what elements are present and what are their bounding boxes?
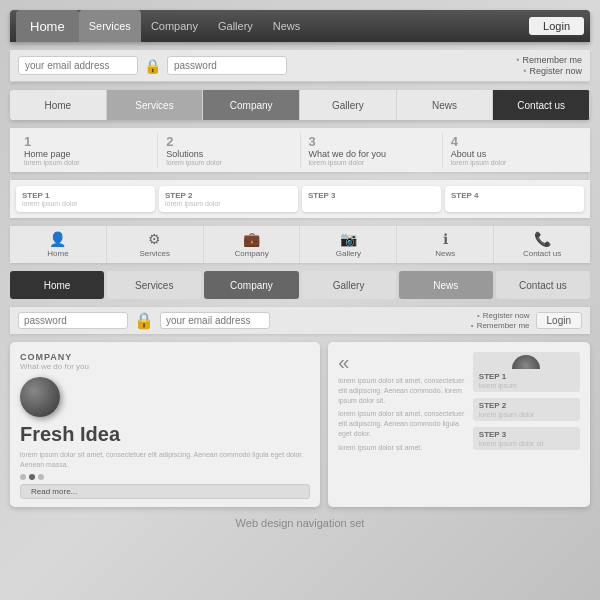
login-bar2-options: Register now Remember me [276, 311, 530, 330]
nav2-home-tab[interactable]: Home [10, 90, 107, 120]
sub-title-2: Solutions [166, 149, 203, 159]
lock-icon-2: 🔒 [134, 311, 154, 330]
nav3-home-tab[interactable]: Home [10, 271, 104, 299]
step-badge-desc-2: lorem ipsum dolor [479, 411, 574, 418]
navbar-1: Home Services Company Gallery News Login [10, 10, 590, 42]
nav2-news-tab[interactable]: News [397, 90, 494, 120]
remember-me-2[interactable]: Remember me [471, 321, 530, 330]
nav1-login-button[interactable]: Login [529, 17, 584, 35]
sub-item-4[interactable]: 4 About us lorem ipsum dolor [443, 132, 584, 168]
icon-nav-gallery-label: Gallery [336, 249, 361, 258]
nav2-services-tab[interactable]: Services [107, 90, 204, 120]
sub-num-1: 1 [24, 134, 31, 149]
nav1-company-tab[interactable]: Company [141, 10, 208, 42]
sub-desc-3: lorem ipsum dolor [309, 159, 365, 166]
sphere-graphic [20, 377, 60, 417]
icon-nav-company[interactable]: 💼 Company [204, 226, 301, 263]
step-icon-1 [512, 355, 540, 369]
icon-nav-company-label: Company [234, 249, 268, 258]
card2-inner: « lorem ipsum dolor sit amet, consectetu… [338, 352, 580, 453]
sub-num-4: 4 [451, 134, 458, 149]
nav3-news-tab[interactable]: News [399, 271, 493, 299]
card-body-text: lorem ipsum dolor sit amet, consectetuer… [20, 450, 310, 470]
nav2-company-tab[interactable]: Company [203, 90, 300, 120]
nav1-news-tab[interactable]: News [263, 10, 311, 42]
card2-bullet-2: lorem ipsum dolor sit amet, consectetuer… [338, 409, 467, 438]
password-input[interactable] [167, 56, 287, 75]
icon-nav-news[interactable]: ℹ News [397, 226, 494, 263]
nav3-gallery-tab[interactable]: Gallery [302, 271, 396, 299]
step-item-3[interactable]: STEP 3 [302, 186, 441, 212]
sub-num-2: 2 [166, 134, 173, 149]
company-sub-label: What we do for you [20, 362, 310, 371]
step-item-2[interactable]: STEP 2 lorem ipsum dolor [159, 186, 298, 212]
password-input-2[interactable] [18, 312, 128, 329]
icon-nav-news-label: News [435, 249, 455, 258]
company-label: COMPANY [20, 352, 310, 362]
register-now-2[interactable]: Register now [477, 311, 530, 320]
icon-nav-home[interactable]: 👤 Home [10, 226, 107, 263]
dot-2 [29, 474, 35, 480]
nav3-contact-tab[interactable]: Contact us [496, 271, 590, 299]
sub-menu: 1 Home page lorem ipsum dolor 2 Solution… [10, 128, 590, 172]
card2-right: STEP 1 lorem ipsum STEP 2 lorem ipsum do… [473, 352, 580, 453]
card2-bullet-1: lorem ipsum dolor sit amet, consectetuer… [338, 376, 467, 405]
sub-title-3: What we do for you [309, 149, 387, 159]
sub-num-3: 3 [309, 134, 316, 149]
dot-3 [38, 474, 44, 480]
icon-nav: 👤 Home ⚙ Services 💼 Company 📷 Gallery ℹ … [10, 226, 590, 263]
email-input-2[interactable] [160, 312, 270, 329]
step-badge-label-3: STEP 3 [479, 430, 574, 439]
step-item-1[interactable]: STEP 1 lorem ipsum dolor [16, 186, 155, 212]
sub-item-3[interactable]: 3 What we do for you lorem ipsum dolor [301, 132, 443, 168]
nav1-home-tab[interactable]: Home [16, 10, 79, 42]
sub-item-2[interactable]: 2 Solutions lorem ipsum dolor [158, 132, 300, 168]
icon-nav-contact[interactable]: 📞 Contact us [494, 226, 590, 263]
navbar-3: Home Services Company Gallery News Conta… [10, 271, 590, 299]
card-dots [20, 474, 310, 480]
step-bar: STEP 1 lorem ipsum dolor STEP 2 lorem ip… [10, 180, 590, 218]
login-bar-2: 🔒 Register now Remember me Login [10, 307, 590, 334]
register-now-label[interactable]: Register now [523, 66, 582, 76]
sub-item-1[interactable]: 1 Home page lorem ipsum dolor [16, 132, 158, 168]
cards-row: COMPANY What we do for you Fresh Idea lo… [10, 342, 590, 507]
step-badge-3: STEP 3 lorem ipsum dolor sit [473, 427, 580, 450]
navbar-2: Home Services Company Gallery News Conta… [10, 90, 590, 120]
gear-icon: ⚙ [148, 231, 161, 247]
person-icon: 👤 [49, 231, 66, 247]
step-label-2: STEP 2 [165, 191, 192, 200]
icon-nav-gallery[interactable]: 📷 Gallery [300, 226, 397, 263]
card-company: COMPANY What we do for you Fresh Idea lo… [10, 342, 320, 507]
login-button-2[interactable]: Login [536, 312, 582, 329]
nav1-gallery-tab[interactable]: Gallery [208, 10, 263, 42]
login-bar-1: 🔒 Remember me Register now [10, 50, 590, 82]
footer-label: Web design navigation set [236, 517, 365, 529]
info-icon: ℹ [443, 231, 448, 247]
nav1-services-tab[interactable]: Services [79, 10, 141, 42]
step-badge-label-1: STEP 1 [479, 372, 574, 381]
step-item-4[interactable]: STEP 4 [445, 186, 584, 212]
step-desc-1: lorem ipsum dolor [22, 200, 78, 207]
camera-icon: 📷 [340, 231, 357, 247]
remember-me-label[interactable]: Remember me [516, 55, 582, 65]
step-label-3: STEP 3 [308, 191, 335, 200]
nav2-contact-tab[interactable]: Contact us [493, 90, 590, 120]
sub-title-1: Home page [24, 149, 71, 159]
arrow-icon: « [338, 352, 467, 372]
sub-desc-4: lorem ipsum dolor [451, 159, 507, 166]
nav3-services-tab[interactable]: Services [107, 271, 201, 299]
sub-desc-1: lorem ipsum dolor [24, 159, 80, 166]
nav2-gallery-tab[interactable]: Gallery [300, 90, 397, 120]
lock-icon: 🔒 [144, 58, 161, 74]
step-label-1: STEP 1 [22, 191, 49, 200]
read-more-button[interactable]: Read more... [20, 484, 310, 499]
step-badge-2: STEP 2 lorem ipsum dolor [473, 398, 580, 421]
card2-bullet-3: lorem ipsum dolor sit amet. [338, 443, 467, 453]
login-bar-options: Remember me Register now [293, 55, 582, 76]
email-input[interactable] [18, 56, 138, 75]
step-badge-desc-1: lorem ipsum [479, 382, 574, 389]
icon-nav-services[interactable]: ⚙ Services [107, 226, 204, 263]
icon-nav-home-label: Home [47, 249, 68, 258]
phone-icon: 📞 [534, 231, 551, 247]
nav3-company-tab[interactable]: Company [204, 271, 298, 299]
